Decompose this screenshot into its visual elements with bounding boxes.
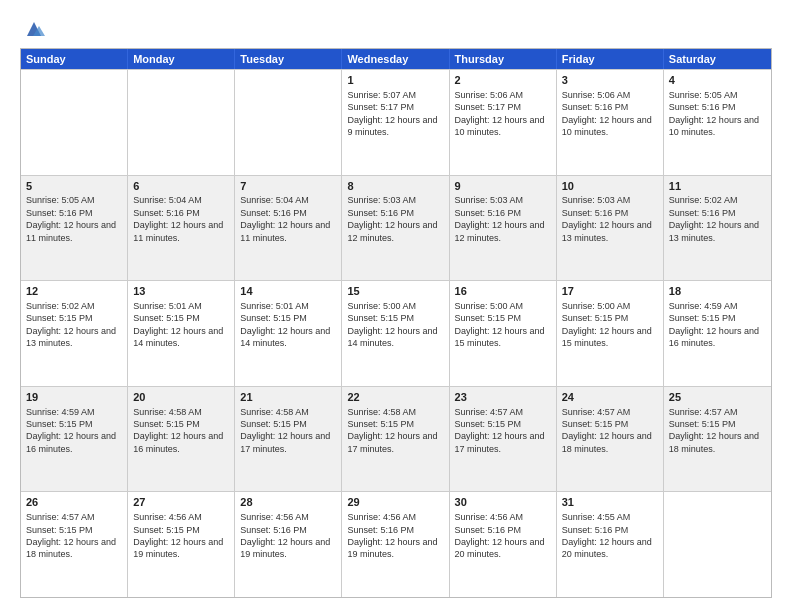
calendar-cell: 28Sunrise: 4:56 AMSunset: 5:16 PMDayligh… [235, 492, 342, 597]
cell-text: Daylight: 12 hours and 11 minutes. [240, 220, 330, 242]
cell-text: Sunrise: 5:02 AM [669, 195, 738, 205]
weekday-header: Thursday [450, 49, 557, 69]
calendar-cell: 13Sunrise: 5:01 AMSunset: 5:15 PMDayligh… [128, 281, 235, 386]
cell-text: Daylight: 12 hours and 14 minutes. [240, 326, 330, 348]
cell-text: Sunrise: 4:57 AM [562, 407, 631, 417]
page: SundayMondayTuesdayWednesdayThursdayFrid… [0, 0, 792, 612]
calendar-cell: 21Sunrise: 4:58 AMSunset: 5:15 PMDayligh… [235, 387, 342, 492]
cell-text: Daylight: 12 hours and 12 minutes. [455, 220, 545, 242]
calendar: SundayMondayTuesdayWednesdayThursdayFrid… [20, 48, 772, 598]
cell-text: Sunset: 5:16 PM [669, 102, 736, 112]
cell-text: Sunset: 5:16 PM [562, 102, 629, 112]
day-number: 24 [562, 390, 658, 405]
calendar-row: 19Sunrise: 4:59 AMSunset: 5:15 PMDayligh… [21, 386, 771, 492]
day-number: 23 [455, 390, 551, 405]
cell-text: Daylight: 12 hours and 12 minutes. [347, 220, 437, 242]
cell-text: Daylight: 12 hours and 18 minutes. [562, 431, 652, 453]
logo-icon [23, 18, 45, 40]
cell-text: Sunset: 5:15 PM [240, 313, 307, 323]
cell-text: Daylight: 12 hours and 18 minutes. [26, 537, 116, 559]
cell-text: Sunrise: 4:57 AM [26, 512, 95, 522]
day-number: 17 [562, 284, 658, 299]
day-number: 28 [240, 495, 336, 510]
cell-text: Sunrise: 5:05 AM [26, 195, 95, 205]
cell-text: Sunrise: 4:58 AM [347, 407, 416, 417]
calendar-cell: 15Sunrise: 5:00 AMSunset: 5:15 PMDayligh… [342, 281, 449, 386]
day-number: 16 [455, 284, 551, 299]
calendar-cell: 8Sunrise: 5:03 AMSunset: 5:16 PMDaylight… [342, 176, 449, 281]
cell-text: Sunset: 5:16 PM [455, 525, 522, 535]
calendar-cell: 19Sunrise: 4:59 AMSunset: 5:15 PMDayligh… [21, 387, 128, 492]
weekday-header: Saturday [664, 49, 771, 69]
calendar-row: 1Sunrise: 5:07 AMSunset: 5:17 PMDaylight… [21, 69, 771, 175]
cell-text: Sunrise: 5:06 AM [562, 90, 631, 100]
cell-text: Sunrise: 5:00 AM [455, 301, 524, 311]
calendar-cell: 26Sunrise: 4:57 AMSunset: 5:15 PMDayligh… [21, 492, 128, 597]
cell-text: Sunrise: 5:03 AM [455, 195, 524, 205]
logo [20, 22, 45, 40]
cell-text: Daylight: 12 hours and 17 minutes. [455, 431, 545, 453]
cell-text: Daylight: 12 hours and 15 minutes. [455, 326, 545, 348]
calendar-cell: 31Sunrise: 4:55 AMSunset: 5:16 PMDayligh… [557, 492, 664, 597]
weekday-header: Wednesday [342, 49, 449, 69]
cell-text: Sunset: 5:16 PM [562, 525, 629, 535]
cell-text: Daylight: 12 hours and 17 minutes. [347, 431, 437, 453]
cell-text: Sunrise: 5:07 AM [347, 90, 416, 100]
calendar-cell: 5Sunrise: 5:05 AMSunset: 5:16 PMDaylight… [21, 176, 128, 281]
calendar-cell: 29Sunrise: 4:56 AMSunset: 5:16 PMDayligh… [342, 492, 449, 597]
calendar-cell [21, 70, 128, 175]
calendar-cell: 24Sunrise: 4:57 AMSunset: 5:15 PMDayligh… [557, 387, 664, 492]
cell-text: Sunset: 5:15 PM [133, 419, 200, 429]
day-number: 11 [669, 179, 766, 194]
cell-text: Sunset: 5:15 PM [26, 419, 93, 429]
calendar-cell: 1Sunrise: 5:07 AMSunset: 5:17 PMDaylight… [342, 70, 449, 175]
cell-text: Sunset: 5:15 PM [669, 419, 736, 429]
cell-text: Sunrise: 4:56 AM [133, 512, 202, 522]
calendar-cell: 25Sunrise: 4:57 AMSunset: 5:15 PMDayligh… [664, 387, 771, 492]
cell-text: Sunset: 5:16 PM [669, 208, 736, 218]
cell-text: Sunrise: 5:02 AM [26, 301, 95, 311]
day-number: 31 [562, 495, 658, 510]
day-number: 29 [347, 495, 443, 510]
cell-text: Sunrise: 4:57 AM [669, 407, 738, 417]
calendar-cell: 10Sunrise: 5:03 AMSunset: 5:16 PMDayligh… [557, 176, 664, 281]
day-number: 15 [347, 284, 443, 299]
cell-text: Sunrise: 5:05 AM [669, 90, 738, 100]
cell-text: Sunrise: 4:56 AM [240, 512, 309, 522]
calendar-cell: 6Sunrise: 5:04 AMSunset: 5:16 PMDaylight… [128, 176, 235, 281]
calendar-cell: 11Sunrise: 5:02 AMSunset: 5:16 PMDayligh… [664, 176, 771, 281]
cell-text: Sunrise: 4:59 AM [26, 407, 95, 417]
calendar-cell: 30Sunrise: 4:56 AMSunset: 5:16 PMDayligh… [450, 492, 557, 597]
cell-text: Sunset: 5:15 PM [562, 419, 629, 429]
calendar-cell: 14Sunrise: 5:01 AMSunset: 5:15 PMDayligh… [235, 281, 342, 386]
cell-text: Daylight: 12 hours and 14 minutes. [133, 326, 223, 348]
cell-text: Daylight: 12 hours and 10 minutes. [669, 115, 759, 137]
cell-text: Sunrise: 4:55 AM [562, 512, 631, 522]
cell-text: Sunrise: 5:03 AM [562, 195, 631, 205]
cell-text: Sunset: 5:16 PM [133, 208, 200, 218]
calendar-cell: 20Sunrise: 4:58 AMSunset: 5:15 PMDayligh… [128, 387, 235, 492]
cell-text: Daylight: 12 hours and 14 minutes. [347, 326, 437, 348]
cell-text: Daylight: 12 hours and 9 minutes. [347, 115, 437, 137]
cell-text: Daylight: 12 hours and 18 minutes. [669, 431, 759, 453]
cell-text: Sunset: 5:15 PM [455, 419, 522, 429]
cell-text: Sunrise: 5:01 AM [240, 301, 309, 311]
day-number: 18 [669, 284, 766, 299]
calendar-row: 12Sunrise: 5:02 AMSunset: 5:15 PMDayligh… [21, 280, 771, 386]
cell-text: Daylight: 12 hours and 20 minutes. [562, 537, 652, 559]
calendar-cell: 17Sunrise: 5:00 AMSunset: 5:15 PMDayligh… [557, 281, 664, 386]
cell-text: Sunset: 5:15 PM [455, 313, 522, 323]
cell-text: Sunset: 5:15 PM [562, 313, 629, 323]
cell-text: Daylight: 12 hours and 16 minutes. [669, 326, 759, 348]
cell-text: Sunset: 5:15 PM [240, 419, 307, 429]
cell-text: Sunset: 5:15 PM [26, 525, 93, 535]
cell-text: Daylight: 12 hours and 17 minutes. [240, 431, 330, 453]
day-number: 19 [26, 390, 122, 405]
day-number: 5 [26, 179, 122, 194]
cell-text: Sunset: 5:17 PM [455, 102, 522, 112]
day-number: 27 [133, 495, 229, 510]
cell-text: Daylight: 12 hours and 13 minutes. [26, 326, 116, 348]
cell-text: Sunset: 5:15 PM [347, 419, 414, 429]
cell-text: Sunset: 5:16 PM [26, 208, 93, 218]
weekday-header: Tuesday [235, 49, 342, 69]
